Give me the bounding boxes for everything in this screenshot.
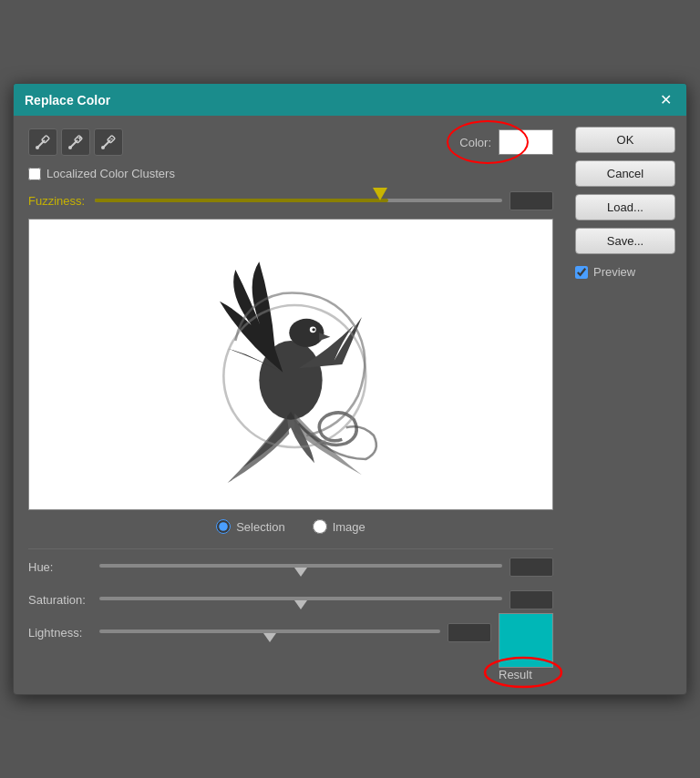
eyedropper-subtract-icon: -: [100, 134, 117, 150]
fuzziness-label: Fuzziness:: [28, 194, 88, 208]
fuzziness-row: Fuzziness: 153: [28, 189, 553, 211]
result-area: Result: [499, 613, 553, 681]
eyedropper-add-icon: +: [67, 134, 84, 150]
eyedropper-icon: [35, 134, 51, 150]
eyedropper-add-button[interactable]: +: [61, 128, 90, 156]
svg-text:+: +: [77, 134, 82, 143]
load-button[interactable]: Load...: [575, 194, 675, 220]
localized-clusters-checkbox[interactable]: [28, 168, 41, 180]
result-label: Result: [499, 668, 532, 681]
svg-point-12: [289, 319, 324, 347]
localized-clusters-row: Localized Color Clusters: [28, 167, 553, 180]
localized-clusters-label: Localized Color Clusters: [46, 167, 175, 180]
lightness-row: Lightness: 0: [28, 622, 491, 642]
svg-point-15: [312, 328, 314, 331]
replace-color-dialog: Replace Color ✕: [13, 83, 687, 695]
left-panel: + - Color:: [14, 116, 568, 694]
selection-radio[interactable]: [216, 519, 231, 534]
fuzziness-value-input[interactable]: 153: [510, 191, 553, 210]
radio-row: Selection Image: [28, 519, 553, 534]
dialog-title: Replace Color: [25, 93, 110, 107]
eyedropper-row: + - Color:: [28, 128, 553, 156]
title-bar: Replace Color ✕: [14, 84, 686, 116]
preview-area: [28, 219, 553, 510]
preview-checkbox[interactable]: [575, 266, 588, 279]
image-radio-option[interactable]: Image: [313, 519, 365, 534]
color-section: Color:: [459, 129, 553, 155]
ok-button[interactable]: OK: [575, 127, 675, 153]
image-radio[interactable]: [313, 519, 327, 534]
saturation-row: Saturation: 0: [28, 589, 553, 609]
fuzziness-slider-wrapper: [95, 189, 502, 211]
svg-point-2: [36, 146, 39, 149]
lightness-section: Lightness: 0: [28, 622, 491, 655]
svg-point-5: [68, 146, 72, 149]
hue-thumb[interactable]: [294, 568, 307, 577]
svg-marker-13: [319, 333, 330, 341]
fuzziness-track: [95, 199, 502, 202]
preview-row: Preview: [575, 265, 675, 279]
sliders-section: Hue: 0 Saturation: 0: [28, 548, 553, 681]
color-swatch[interactable]: [499, 129, 553, 155]
right-panel: OK Cancel Load... Save... Preview: [568, 116, 686, 694]
close-button[interactable]: ✕: [656, 91, 675, 108]
result-label-wrapper: Result: [499, 668, 532, 681]
svg-point-9: [101, 146, 105, 149]
hue-row: Hue: 0: [28, 557, 553, 577]
saturation-label: Saturation:: [28, 593, 92, 607]
svg-text:-: -: [110, 134, 113, 143]
dialog-body: + - Color:: [14, 116, 686, 694]
preview-label: Preview: [593, 265, 635, 279]
image-label: Image: [333, 520, 365, 534]
hue-label: Hue:: [28, 560, 92, 574]
saturation-value-input[interactable]: 0: [510, 590, 553, 609]
saturation-slider-wrapper: [99, 589, 502, 609]
cancel-button[interactable]: Cancel: [575, 160, 675, 187]
preview-image: [172, 237, 409, 492]
color-label: Color:: [459, 136, 491, 149]
hue-value-input[interactable]: 0: [510, 558, 553, 577]
lightness-thumb[interactable]: [263, 633, 276, 642]
fuzziness-fill: [95, 199, 388, 202]
svg-rect-1: [42, 135, 49, 142]
selection-radio-option[interactable]: Selection: [216, 519, 284, 534]
eyedropper-subtract-button[interactable]: -: [94, 128, 123, 156]
fuzziness-thumb[interactable]: [373, 188, 387, 200]
save-button[interactable]: Save...: [575, 228, 675, 254]
hue-slider-wrapper: [99, 557, 502, 577]
eyedropper-sample-button[interactable]: [28, 128, 57, 156]
lightness-value-input[interactable]: 0: [448, 623, 491, 642]
selection-label: Selection: [236, 520, 284, 534]
lightness-slider-wrapper: [99, 622, 440, 642]
lightness-label: Lightness:: [28, 626, 92, 640]
result-swatch[interactable]: [499, 613, 553, 668]
saturation-thumb[interactable]: [294, 600, 307, 609]
eyedroppers-group: + -: [28, 128, 123, 156]
